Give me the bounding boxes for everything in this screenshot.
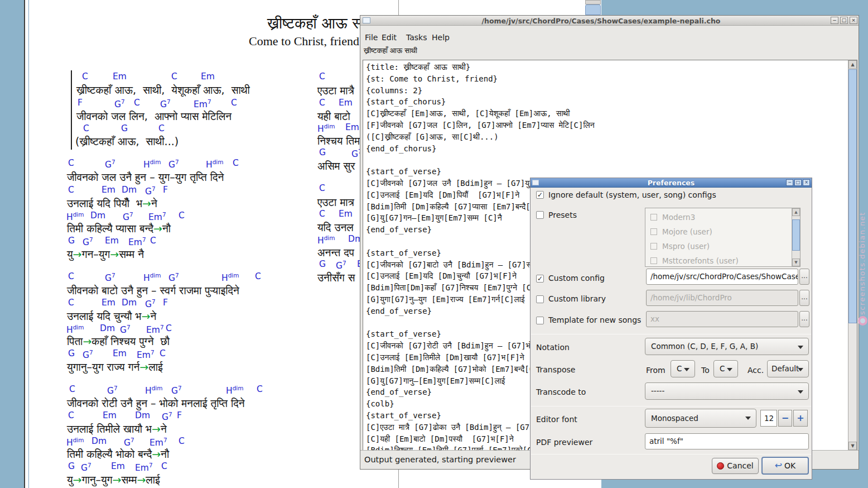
lyric-line: जीवनको बाटो उनै हुन – स्वर्ग राजमा पुऱ्य…: [67, 285, 239, 296]
scroll-up-icon[interactable]: ▲: [792, 208, 800, 216]
transpose-acc-dropdown[interactable]: Default: [767, 360, 809, 377]
editor-line: {title: ख्रीष्टकहाँ आऊ साथी}: [366, 61, 847, 73]
minimize-icon[interactable]: −: [786, 179, 793, 186]
tab-song-title[interactable]: ख्रीष्टकहाँ आऊ साथी: [364, 46, 417, 55]
chord-label: C: [68, 159, 74, 168]
chord-label: Em: [102, 186, 115, 195]
pdf-previewer-field[interactable]: atril "%f": [645, 433, 809, 449]
presets-scrollbar[interactable]: ▲ ▼: [792, 208, 800, 266]
close-icon[interactable]: ×: [850, 17, 857, 24]
chord-label: C: [68, 299, 74, 308]
editor-scrollbar[interactable]: ▲ ▼: [848, 60, 857, 450]
preset-item: Mojore (user): [650, 227, 800, 237]
chord-label: C: [179, 437, 185, 446]
lyric-line: जीवनको जल उनै हुन – युग–युग तृप्ति दिने: [67, 171, 224, 183]
chorus-indent-bar: [71, 70, 72, 150]
template-browse-button[interactable]: ...: [799, 311, 809, 327]
close-icon[interactable]: ×: [803, 179, 810, 186]
template-checkbox[interactable]: [536, 317, 544, 324]
chord-label: C: [69, 385, 75, 394]
chord-label: C: [233, 159, 239, 168]
chord-label: Hdim: [206, 159, 223, 170]
status-text: Output generated, starting previewer: [364, 455, 516, 464]
chord-label: Dm: [135, 412, 150, 420]
chord-label: C: [255, 272, 261, 281]
chord-label: G: [319, 149, 326, 157]
scrollbar-thumb[interactable]: [848, 69, 857, 323]
chord-label: Dm: [90, 212, 105, 221]
template-field[interactable]: xx: [646, 311, 798, 327]
menu-file[interactable]: File: [365, 33, 378, 42]
font-size-minus-button[interactable]: −: [778, 410, 792, 427]
scroll-up-icon[interactable]: ▲: [848, 60, 857, 69]
transpose-from-dropdown[interactable]: C: [671, 360, 695, 377]
menu-tasks[interactable]: Tasks: [406, 33, 427, 42]
scroll-down-icon[interactable]: ▼: [848, 442, 857, 450]
ok-button[interactable]: ↩OK: [761, 457, 809, 475]
window-menu-icon[interactable]: [363, 17, 370, 23]
chord-label: G7: [114, 99, 125, 109]
lyric-line: उनलाई तिमीले खायौ भ→ने: [67, 423, 167, 435]
chord-label: Hdim: [221, 272, 239, 283]
chord-label: Dm: [91, 437, 107, 446]
cancel-button[interactable]: Cancel: [712, 458, 759, 474]
menu-help[interactable]: Help: [432, 33, 450, 42]
editor-font-dropdown[interactable]: Monospaced: [645, 409, 756, 428]
presets-checkbox[interactable]: [536, 211, 544, 219]
editor-titlebar[interactable]: /home/jv/src/ChordPro/Cases/ShowCases/ex…: [360, 16, 859, 26]
menu-edit[interactable]: Edit: [382, 33, 397, 42]
font-size-plus-button[interactable]: +: [793, 410, 808, 427]
transpose-to-label: To: [701, 366, 710, 375]
chord-label: Em: [103, 412, 117, 420]
editor-line: {end_of_chorus}: [366, 143, 847, 155]
chord-label: Em: [339, 210, 353, 219]
lyric-line: (ख्रीष्टकहाँ आऊ, साथी...): [75, 136, 179, 147]
custom-library-field[interactable]: /home/jv/lib/ChordPro: [646, 290, 798, 306]
custom-config-field[interactable]: /home/jv/src/ChordPro/Cases/ShowCases/: [646, 269, 798, 285]
custom-library-checkbox[interactable]: [536, 295, 544, 303]
lyric-line: एउटा मात्रै: [317, 85, 354, 97]
chord-label: Hdim: [226, 385, 243, 396]
editor-line: [F]जीवनको [G7]जल [C]लिन, [G7]आफ्नो [Em7]…: [366, 119, 847, 131]
chord-label: Em: [102, 299, 115, 308]
minimize-icon[interactable]: −: [831, 17, 838, 24]
font-size-field[interactable]: 12: [760, 410, 777, 427]
chord-label: G7: [81, 462, 91, 473]
scrollbar-thumb[interactable]: [792, 219, 800, 251]
maximize-icon[interactable]: □: [794, 179, 802, 186]
chord-label: G7: [83, 350, 93, 360]
chord-label: G: [68, 462, 75, 471]
transcode-dropdown[interactable]: -----: [645, 382, 809, 400]
preferences-titlebar[interactable]: Preferences − □ ×: [531, 178, 812, 188]
chord-label: Em7: [137, 350, 155, 360]
custom-config-browse-button[interactable]: ...: [799, 269, 809, 285]
notation-dropdown[interactable]: Common (C, D, E, F, G, A, B): [645, 338, 809, 355]
chord-label: C: [319, 73, 325, 82]
custom-library-browse-button[interactable]: ...: [799, 290, 809, 306]
lyric-line: निश्चय तिम: [317, 135, 360, 147]
chord-label: Hdim: [143, 272, 161, 283]
custom-config-checkbox[interactable]: ✓: [536, 275, 544, 283]
chord-label: Em7: [146, 324, 164, 335]
watermark-text: screenshots.debian.net: [858, 194, 866, 315]
chord-label: G7: [160, 99, 171, 109]
maximize-icon[interactable]: □: [840, 17, 848, 24]
scroll-down-icon[interactable]: ▼: [792, 259, 800, 266]
chord-label: Hdim: [66, 212, 84, 222]
lyric-line: तिमी कहिल्यै प्यासा बन्दै→नौ: [67, 223, 171, 235]
chord-label: G7: [168, 272, 179, 283]
transpose-to-dropdown[interactable]: C: [713, 360, 738, 377]
chord-label: Em7: [148, 212, 166, 222]
chord-label: Hdim: [143, 159, 161, 170]
ignore-default-checkbox[interactable]: ✓: [536, 191, 544, 199]
preset-checkbox: [650, 257, 657, 264]
editor-line: {start_of_chorus}: [366, 96, 847, 108]
presets-label: Presets: [548, 210, 577, 219]
chord-label: Em7: [135, 462, 153, 473]
chord-label: G: [68, 350, 75, 358]
chord-label: C: [171, 73, 177, 82]
chord-label: F: [163, 299, 168, 308]
chord-label: G7: [162, 412, 172, 422]
chord-label: C: [82, 73, 88, 82]
transpose-acc-label: Acc.: [748, 366, 764, 375]
